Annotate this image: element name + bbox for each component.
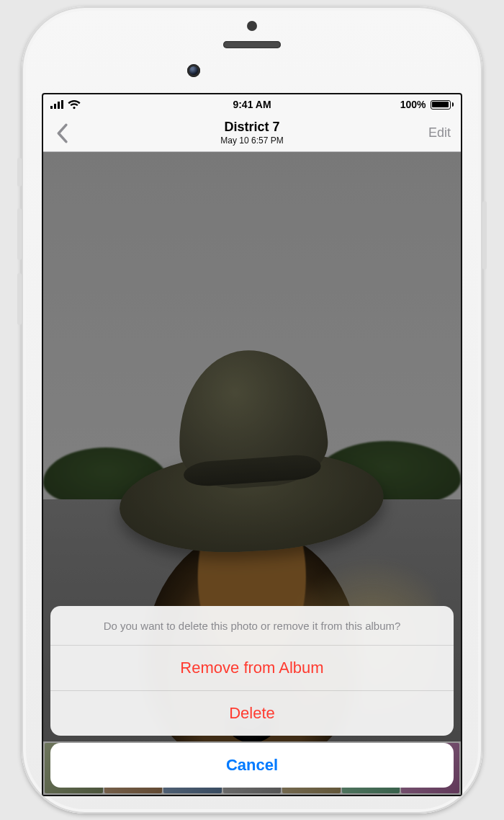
nav-title: District 7 bbox=[224, 120, 279, 135]
volume-up-button bbox=[17, 208, 22, 260]
nav-subtitle: May 10 6:57 PM bbox=[220, 135, 283, 146]
photo-viewer[interactable]: Do you want to delete this photo or remo… bbox=[43, 152, 461, 795]
status-bar: 9:41 AM 100% bbox=[43, 94, 461, 115]
back-button[interactable] bbox=[48, 115, 76, 151]
battery-percent-label: 100% bbox=[400, 99, 426, 110]
screen: 9:41 AM 100% District 7 May 10 6:57 PM bbox=[42, 93, 462, 796]
delete-button[interactable]: Delete bbox=[50, 691, 454, 736]
cellular-signal-icon bbox=[50, 100, 63, 109]
mute-switch bbox=[17, 158, 22, 187]
status-time: 9:41 AM bbox=[43, 99, 461, 110]
battery-icon bbox=[431, 100, 454, 110]
wifi-icon bbox=[68, 100, 81, 110]
action-sheet-message: Do you want to delete this photo or remo… bbox=[50, 606, 454, 646]
volume-down-button bbox=[17, 273, 22, 325]
power-button bbox=[482, 201, 487, 269]
edit-button[interactable]: Edit bbox=[428, 115, 451, 151]
iphone-device-frame: 9:41 AM 100% District 7 May 10 6:57 PM bbox=[22, 6, 482, 814]
proximity-sensor bbox=[247, 21, 257, 31]
navigation-bar: District 7 May 10 6:57 PM Edit bbox=[43, 115, 461, 152]
front-camera bbox=[187, 64, 200, 77]
action-sheet: Do you want to delete this photo or remo… bbox=[43, 606, 461, 795]
earpiece-speaker bbox=[223, 41, 281, 48]
remove-from-album-button[interactable]: Remove from Album bbox=[50, 646, 454, 691]
chevron-left-icon bbox=[55, 123, 68, 143]
cancel-button[interactable]: Cancel bbox=[50, 743, 454, 788]
